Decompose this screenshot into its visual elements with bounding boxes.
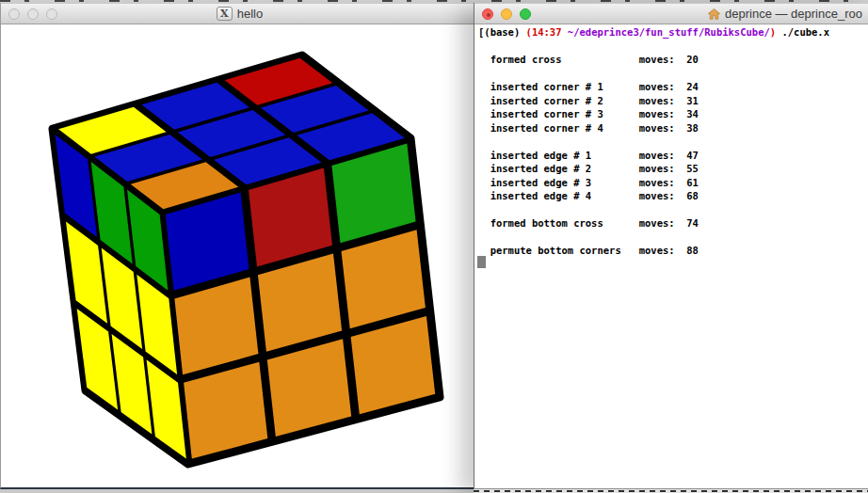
desktop: { "hello_window": { "title": "hello", "i… <box>0 0 868 493</box>
hello-window: X hello <box>0 3 478 489</box>
terminal-content-area[interactable]: [(base) (14:37 ~/edeprince3/fun_stuff/Ru… <box>474 24 868 488</box>
rubiks-cube-canvas[interactable] <box>1 24 474 487</box>
hello-titlebar[interactable]: X hello <box>1 3 478 24</box>
terminal-window: deprince — deprince_roo [(base) (14:37 ~… <box>474 3 868 489</box>
x11-icon: X <box>217 7 233 21</box>
prompt-segment: (14:37 <box>526 26 568 38</box>
terminal-output-text: [(base) (14:37 ~/edeprince3/fun_stuff/Ru… <box>478 25 829 258</box>
prompt-segment: ~/edeprince3/fun_stuff/RubiksCube/ <box>568 26 770 38</box>
prompt-segment: [(base) <box>478 26 526 38</box>
home-folder-icon <box>708 8 720 20</box>
terminal-cursor <box>477 256 486 268</box>
terminal-window-title: deprince — deprince_roo <box>725 7 862 21</box>
terminal-title-group: deprince — deprince_roo <box>474 4 868 24</box>
hello-window-title: hello <box>237 7 263 21</box>
prompt-segment: ./cube.x <box>776 26 829 38</box>
hello-title-group: X hello <box>1 4 478 24</box>
terminal-titlebar[interactable]: deprince — deprince_roo <box>474 3 868 24</box>
background-window-bottom-edge <box>474 489 868 493</box>
